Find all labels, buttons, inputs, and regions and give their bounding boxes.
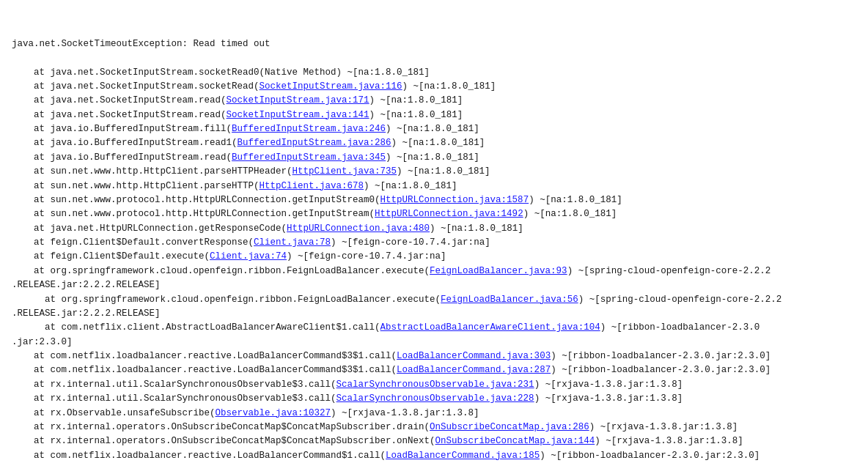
trace-line: at feign.Client$Default.convertResponse(… [12, 236, 856, 250]
stack-link[interactable]: SocketInputStream.java:171 [227, 95, 369, 105]
trace-line: at rx.internal.operators.OnSubscribeConc… [12, 434, 856, 448]
stack-link[interactable]: Observable.java:10327 [216, 408, 331, 418]
trace-line: .jar:2.3.0] [12, 336, 856, 349]
trace-line: at org.springframework.cloud.openfeign.r… [12, 264, 856, 278]
stack-link[interactable]: LoadBalancerCommand.java:287 [397, 365, 551, 375]
stack-link[interactable]: HttpURLConnection.java:1587 [380, 195, 529, 205]
trace-line: at com.netflix.loadbalancer.reactive.Loa… [12, 349, 856, 363]
trace-line: .RELEASE.jar:2.2.2.RELEASE] [12, 307, 856, 321]
trace-line: .RELEASE.jar:2.2.2.RELEASE] [12, 278, 856, 292]
trace-line: at rx.internal.util.ScalarSynchronousObs… [12, 392, 856, 406]
trace-line: at java.net.SocketInputStream.socketRead… [12, 66, 856, 80]
stack-link[interactable]: OnSubscribeConcatMap.java:144 [435, 436, 595, 446]
trace-line: at com.netflix.client.AbstractLoadBalanc… [12, 321, 856, 335]
trace-line: at rx.Observable.unsafeSubscribe(Observa… [12, 407, 856, 421]
stack-link[interactable]: HttpURLConnection.java:1492 [375, 209, 523, 219]
stack-link[interactable]: HttpURLConnection.java:480 [287, 223, 430, 234]
trace-line: at java.net.SocketInputStream.read(Socke… [12, 94, 856, 108]
stack-link[interactable]: SocketInputStream.java:141 [227, 110, 369, 120]
stack-link[interactable]: SocketInputStream.java:116 [260, 81, 402, 92]
trace-line: at sun.net.www.http.HttpClient.parseHTTP… [12, 179, 856, 193]
stack-link[interactable]: FeignLoadBalancer.java:93 [430, 266, 567, 276]
trace-line: at sun.net.www.http.HttpClient.parseHTTP… [12, 165, 856, 179]
stack-link[interactable]: AbstractLoadBalancerAwareClient.java:104 [380, 322, 600, 333]
trace-line: at java.net.HttpURLConnection.getRespons… [12, 222, 856, 236]
trace-line: at java.net.SocketInputStream.read(Socke… [12, 108, 856, 122]
stack-trace: java.net.SocketTimeoutException: Read ti… [12, 9, 856, 66]
trace-line: at feign.Client$Default.execute(Client.j… [12, 250, 856, 264]
trace-line: at com.netflix.loadbalancer.reactive.Loa… [12, 449, 856, 463]
stack-link[interactable]: LoadBalancerCommand.java:303 [397, 351, 551, 361]
stack-link[interactable]: Client.java:74 [210, 251, 287, 262]
trace-line: at java.io.BufferedInputStream.fill(Buff… [12, 122, 856, 136]
trace-lines: at java.net.SocketInputStream.socketRead… [12, 66, 856, 464]
stack-link[interactable]: ScalarSynchronousObservable.java:228 [336, 393, 534, 404]
stack-link[interactable]: HttpClient.java:678 [260, 181, 364, 191]
stack-link[interactable]: HttpClient.java:735 [293, 166, 397, 177]
stack-link[interactable]: Client.java:78 [254, 237, 331, 248]
trace-line: at java.net.SocketInputStream.socketRead… [12, 80, 856, 94]
stack-link[interactable]: FeignLoadBalancer.java:56 [441, 295, 578, 305]
trace-line: at org.springframework.cloud.openfeign.r… [12, 293, 856, 307]
stack-link[interactable]: BufferedInputStream.java:345 [232, 152, 386, 163]
stack-link[interactable]: BufferedInputStream.java:286 [238, 138, 391, 148]
exception-title: java.net.SocketTimeoutException: Read ti… [12, 37, 856, 51]
trace-line: at java.io.BufferedInputStream.read(Buff… [12, 151, 856, 165]
stack-link[interactable]: OnSubscribeConcatMap.java:286 [430, 422, 589, 432]
stack-link[interactable]: LoadBalancerCommand.java:185 [386, 451, 540, 461]
trace-line: at sun.net.www.protocol.http.HttpURLConn… [12, 207, 856, 221]
trace-line: at rx.internal.util.ScalarSynchronousObs… [12, 378, 856, 392]
stack-link[interactable]: ScalarSynchronousObservable.java:231 [336, 379, 534, 390]
trace-line: at rx.internal.operators.OnSubscribeConc… [12, 421, 856, 434]
trace-line: at sun.net.www.protocol.http.HttpURLConn… [12, 193, 856, 207]
trace-line: at com.netflix.loadbalancer.reactive.Loa… [12, 363, 856, 377]
stack-link[interactable]: BufferedInputStream.java:246 [232, 124, 386, 134]
trace-line: at java.io.BufferedInputStream.read1(Buf… [12, 136, 856, 150]
